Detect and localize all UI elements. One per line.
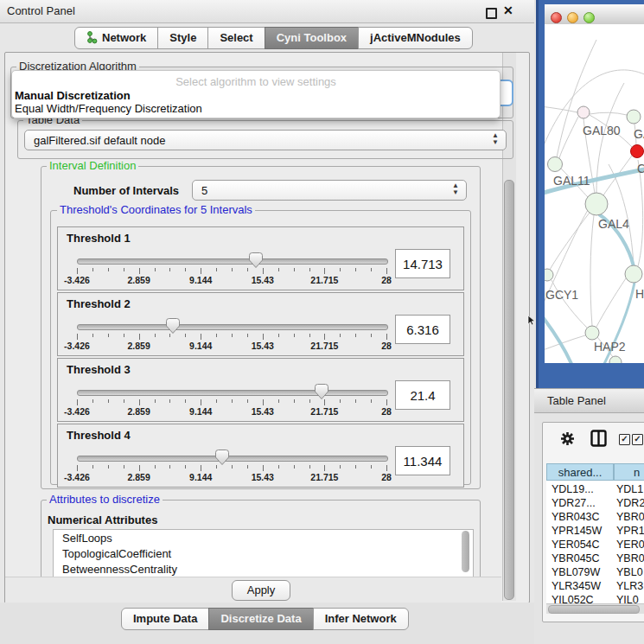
table-row[interactable]: YPR145WYPR1 bbox=[546, 525, 644, 539]
dropdown-option-equal-width-frequency[interactable]: Equal Width/Frequency Discretization bbox=[14, 102, 494, 115]
node-label: GAL11 bbox=[553, 174, 590, 188]
threshold-3-slider-thumb[interactable] bbox=[315, 384, 328, 400]
threshold-4-value-field[interactable] bbox=[395, 446, 450, 475]
column-header-name[interactable]: n bbox=[614, 463, 644, 481]
threshold-2-label: Threshold 2 bbox=[67, 297, 131, 310]
checkbox-icon[interactable]: ✓ bbox=[619, 434, 630, 445]
interval-definition-title: Interval Definition bbox=[47, 160, 138, 171]
table-panel-title: Table Panel bbox=[547, 394, 606, 407]
table-row[interactable]: YBL079WYBL0 bbox=[546, 566, 644, 581]
node-labels: GAL80 GA GAL11 C GAL4 GCY1 H HAP2 bbox=[545, 124, 644, 354]
number-of-intervals-value: 5 bbox=[201, 184, 207, 197]
network-canvas[interactable]: GAL80 GA GAL11 C GAL4 GCY1 H HAP2 bbox=[545, 24, 644, 363]
threshold-1-label: Threshold 1 bbox=[67, 232, 131, 245]
numerical-attributes-label: Numerical Attributes bbox=[48, 513, 157, 526]
node-table[interactable]: shared... n YDL19...YDL1 YDR27...YDR2 YB… bbox=[546, 463, 644, 603]
threshold-1-slider[interactable] bbox=[77, 258, 388, 265]
threshold-2-slider-thumb[interactable] bbox=[166, 318, 180, 335]
node-label: GAL80 bbox=[583, 124, 621, 137]
node-green[interactable] bbox=[609, 356, 622, 363]
node-gal4[interactable] bbox=[585, 193, 608, 215]
table-row[interactable]: YDR27...YDR2 bbox=[546, 497, 644, 512]
control-panel-tabs: Network Style Select Cyni Toolbox jActiv… bbox=[74, 27, 473, 49]
tab-jactivemnodules[interactable]: jActiveMNodules bbox=[358, 27, 473, 49]
table-scrollbar-thumb[interactable] bbox=[548, 605, 640, 614]
threshold-3-label: Threshold 3 bbox=[67, 363, 131, 376]
threshold-4-label: Threshold 4 bbox=[67, 429, 131, 442]
table-data-selected: galFiltered.sif default node bbox=[34, 134, 165, 147]
node-label: GCY1 bbox=[545, 288, 578, 302]
apply-button[interactable]: Apply bbox=[232, 580, 290, 601]
table-row[interactable]: YDL19...YDL1 bbox=[546, 483, 644, 498]
numerical-attributes-list[interactable]: SelfLoops TopologicalCoefficient Between… bbox=[53, 529, 474, 579]
panel-scrollbar-thumb[interactable] bbox=[504, 180, 514, 600]
dropdown-placeholder-option[interactable]: Select algorithm to view settings bbox=[12, 75, 500, 88]
threshold-4-slider[interactable] bbox=[77, 456, 388, 462]
node-pink[interactable] bbox=[577, 106, 590, 118]
table-row[interactable]: YIL052CYIL0 bbox=[546, 594, 644, 603]
gear-icon[interactable] bbox=[560, 431, 575, 446]
threshold-2-panel: Threshold 2 -3.4262.8599.14415.4321.7152… bbox=[57, 292, 464, 356]
node-label: C bbox=[637, 162, 644, 175]
checkbox-icon[interactable]: ✓ bbox=[632, 434, 643, 445]
threshold-4-slider-thumb[interactable] bbox=[215, 450, 229, 466]
algorithm-dropdown-popup: Select algorithm to view settings Manual… bbox=[11, 70, 501, 118]
threshold-1-panel: Threshold 1 -3.4262.8599.14415.4321.7152… bbox=[57, 226, 464, 290]
column-header-shared-name[interactable]: shared... bbox=[546, 463, 614, 481]
list-item[interactable]: BetweennessCentrality bbox=[54, 561, 473, 577]
table-row[interactable]: YLR345WYLR3 bbox=[546, 580, 644, 595]
screen: Control Panel ✕ Network Style Select Cyn… bbox=[0, 0, 644, 644]
tab-infer-network[interactable]: Infer Network bbox=[313, 608, 409, 630]
node-gcy1[interactable] bbox=[545, 269, 553, 281]
tab-style[interactable]: Style bbox=[157, 27, 208, 49]
number-of-intervals-combobox[interactable]: 5 ▲▼ bbox=[192, 180, 467, 201]
threshold-4-panel: Threshold 4 -3.4262.8599.14415.4321.7152… bbox=[57, 424, 464, 488]
tab-select[interactable]: Select bbox=[207, 27, 265, 49]
threshold-3-value-field[interactable] bbox=[395, 380, 450, 410]
network-icon bbox=[86, 31, 98, 44]
threshold-3-panel: Threshold 3 -3.4262.8599.14415.4321.7152… bbox=[57, 358, 464, 422]
split-columns-icon[interactable] bbox=[590, 430, 607, 447]
threshold-2-slider[interactable] bbox=[77, 324, 388, 330]
node-label: GAL4 bbox=[598, 217, 629, 231]
tab-discretize-data[interactable]: Discretize Data bbox=[208, 608, 313, 630]
cyni-bottom-tabs: Impute Data Discretize Data Infer Networ… bbox=[121, 608, 409, 630]
node-label: HAP2 bbox=[594, 340, 626, 354]
table-data-combobox[interactable]: galFiltered.sif default node ▲▼ bbox=[24, 130, 507, 150]
threshold-1-value-field[interactable] bbox=[395, 249, 450, 278]
attributes-list-scrollbar[interactable] bbox=[462, 531, 469, 572]
table-row[interactable]: YER054CYER0 bbox=[546, 539, 644, 553]
node-green[interactable] bbox=[625, 265, 642, 283]
node-red-selected[interactable] bbox=[631, 145, 644, 158]
stepper-arrows-icon: ▲▼ bbox=[492, 132, 499, 146]
node-hap2[interactable] bbox=[585, 326, 599, 340]
node-label: H bbox=[635, 287, 644, 301]
node-label: GA bbox=[634, 127, 644, 141]
zoom-traffic-light[interactable] bbox=[583, 12, 595, 23]
table-row[interactable]: YBR043CYBR0 bbox=[546, 511, 644, 526]
float-window-icon[interactable] bbox=[486, 8, 497, 19]
threshold-2-value-field[interactable] bbox=[395, 315, 450, 344]
tab-network[interactable]: Network bbox=[74, 27, 158, 49]
panel-title: Control Panel bbox=[7, 4, 75, 17]
network-window-titlebar bbox=[545, 4, 644, 25]
mouse-cursor bbox=[527, 316, 536, 326]
tab-impute-data[interactable]: Impute Data bbox=[121, 608, 209, 630]
node-green[interactable] bbox=[627, 110, 641, 124]
node-gal11[interactable] bbox=[548, 157, 563, 172]
thresholds-group-title: Threshold's Coordinates for 5 Intervals bbox=[57, 204, 255, 215]
close-icon[interactable]: ✕ bbox=[503, 3, 514, 15]
table-row[interactable]: YBR045CYBR0 bbox=[546, 552, 644, 567]
threshold-1-slider-thumb[interactable] bbox=[249, 252, 263, 269]
minimize-traffic-light[interactable] bbox=[567, 12, 578, 23]
list-item[interactable]: SelfLoops bbox=[54, 530, 473, 545]
dropdown-option-manual-discretization[interactable]: Manual Discretization bbox=[14, 89, 494, 102]
tab-label: Network bbox=[102, 31, 146, 44]
threshold-3-slider[interactable] bbox=[77, 390, 388, 396]
network-window: GAL80 GA GAL11 C GAL4 GCY1 H HAP2 bbox=[545, 4, 644, 363]
tab-cyni-toolbox[interactable]: Cyni Toolbox bbox=[265, 27, 359, 49]
list-item[interactable]: TopologicalCoefficient bbox=[54, 545, 473, 561]
stepper-arrows-icon: ▲▼ bbox=[452, 182, 459, 196]
close-traffic-light[interactable] bbox=[551, 12, 562, 23]
control-panel-titlebar: Control Panel ✕ bbox=[0, 0, 534, 23]
